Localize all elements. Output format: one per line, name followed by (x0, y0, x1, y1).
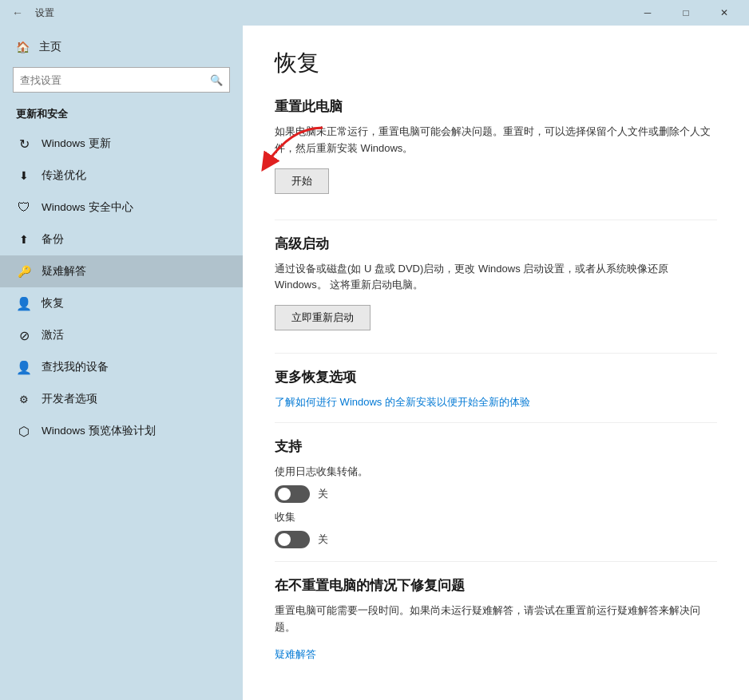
home-label: 主页 (39, 40, 61, 54)
sidebar-item-label: 备份 (42, 232, 64, 247)
close-button[interactable]: ✕ (706, 0, 743, 26)
no-reset-desc: 重置电脑可能需要一段时间。如果尚未运行疑难解答，请尝试在重置前运行疑难解答来解决… (275, 603, 717, 636)
titlebar-controls: ─ □ ✕ (629, 0, 743, 26)
sidebar-home-link[interactable]: 🏠 主页 (0, 32, 243, 62)
search-box: 🔍 (13, 67, 230, 93)
sidebar-item-label: Windows 更新 (42, 136, 111, 151)
search-icon: 🔍 (210, 74, 223, 86)
activation-icon: ⊘ (16, 327, 32, 343)
advanced-start-section: 高级启动 通过设备或磁盘(如 U 盘或 DVD)启动，更改 Windows 启动… (275, 235, 717, 350)
reset-heading: 重置此电脑 (275, 97, 717, 116)
find-device-icon: 👤 (16, 359, 32, 375)
titlebar-left: ← 设置 (6, 2, 54, 24)
log-toggle-row: 关 (275, 485, 717, 503)
sidebar-item-windows-update[interactable]: ↻ Windows 更新 (0, 128, 243, 160)
developer-icon: ⚙ (16, 391, 32, 407)
security-center-icon: 🛡 (16, 200, 32, 216)
home-icon: 🏠 (16, 41, 30, 53)
sidebar-section-title: 更新和安全 (0, 102, 243, 128)
sidebar-item-insider[interactable]: ⬡ Windows 预览体验计划 (0, 415, 243, 447)
more-options-section: 更多恢复选项 了解如何进行 Windows 的全新安装以便开始全新的体验 (275, 368, 717, 409)
log-toggle[interactable] (275, 485, 310, 503)
fresh-install-link[interactable]: 了解如何进行 Windows 的全新安装以便开始全新的体验 (275, 396, 530, 408)
divider-3 (275, 422, 717, 423)
collect-label: 收集 (275, 509, 717, 526)
no-reset-section: 在不重置电脑的情况下修复问题 重置电脑可能需要一段时间。如果尚未运行疑难解答，请… (275, 576, 717, 662)
sidebar-item-security-center[interactable]: 🛡 Windows 安全中心 (0, 192, 243, 223)
advanced-start-heading: 高级启动 (275, 235, 717, 253)
sidebar-item-delivery-opt[interactable]: ⬇ 传递优化 (0, 160, 243, 192)
advanced-start-desc: 通过设备或磁盘(如 U 盘或 DVD)启动，更改 Windows 启动设置，或者… (275, 261, 717, 295)
windows-update-icon: ↻ (16, 136, 32, 152)
support-heading: 支持 (275, 437, 717, 456)
troubleshoot-icon: 🔑 (16, 263, 32, 279)
no-reset-heading: 在不重置电脑的情况下修复问题 (275, 576, 717, 595)
sidebar-item-label: Windows 安全中心 (42, 200, 133, 215)
recovery-icon: 👤 (16, 295, 32, 311)
support-section: 支持 使用日志收集转储。 关 收集 关 (275, 437, 717, 548)
delivery-opt-icon: ⬇ (16, 168, 32, 184)
sidebar-item-developer[interactable]: ⚙ 开发者选项 (0, 383, 243, 415)
reset-start-button[interactable]: 开始 (275, 168, 329, 194)
titlebar: ← 设置 ─ □ ✕ (0, 0, 749, 26)
sidebar: 🏠 主页 🔍 更新和安全 ↻ Windows 更新 ⬇ 传递优化 🛡 Windo… (0, 26, 243, 700)
log-label: 使用日志收集转储。 (275, 464, 717, 481)
log-toggle-off-label: 关 (318, 487, 328, 501)
minimize-button[interactable]: ─ (629, 0, 666, 26)
sidebar-item-label: 传递优化 (42, 168, 86, 183)
sidebar-item-troubleshoot[interactable]: 🔑 疑难解答 (0, 255, 243, 287)
titlebar-title: 设置 (35, 6, 54, 20)
content-area: 恢复 重置此电脑 如果电脑未正常运行，重置电脑可能会解决问题。重置时，可以选择保… (243, 26, 749, 700)
main-layout: 🏠 主页 🔍 更新和安全 ↻ Windows 更新 ⬇ 传递优化 🛡 Windo… (0, 26, 749, 700)
collect-toggle-off-label: 关 (318, 532, 328, 547)
sidebar-item-activation[interactable]: ⊘ 激活 (0, 319, 243, 351)
sidebar-item-find-device[interactable]: 👤 查找我的设备 (0, 351, 243, 383)
divider-1 (275, 219, 717, 220)
sidebar-item-backup[interactable]: ⬆ 备份 (0, 223, 243, 255)
back-button[interactable]: ← (6, 2, 29, 24)
divider-4 (275, 561, 717, 562)
collect-toggle-row: 关 (275, 531, 717, 548)
reset-desc: 如果电脑未正常运行，重置电脑可能会解决问题。重置时，可以选择保留个人文件或删除个… (275, 124, 717, 157)
sidebar-item-label: Windows 预览体验计划 (42, 424, 156, 438)
search-input[interactable] (20, 74, 210, 86)
sidebar-item-label: 疑难解答 (42, 264, 86, 279)
sidebar-item-recovery[interactable]: 👤 恢复 (0, 287, 243, 319)
insider-icon: ⬡ (16, 423, 32, 439)
maximize-button[interactable]: □ (668, 0, 704, 26)
divider-2 (275, 353, 717, 354)
troubleshoot-link[interactable]: 疑难解答 (275, 648, 316, 660)
sidebar-item-label: 激活 (42, 328, 64, 342)
backup-icon: ⬆ (16, 231, 32, 247)
page-title: 恢复 (275, 48, 717, 78)
more-options-heading: 更多恢复选项 (275, 368, 717, 386)
sidebar-item-label: 开发者选项 (42, 392, 97, 406)
sidebar-item-label: 查找我的设备 (42, 360, 109, 374)
collect-toggle[interactable] (275, 531, 310, 548)
reset-section: 重置此电脑 如果电脑未正常运行，重置电脑可能会解决问题。重置时，可以选择保留个人… (275, 97, 717, 216)
sidebar-item-label: 恢复 (42, 296, 64, 310)
restart-now-button[interactable]: 立即重新启动 (275, 305, 371, 330)
